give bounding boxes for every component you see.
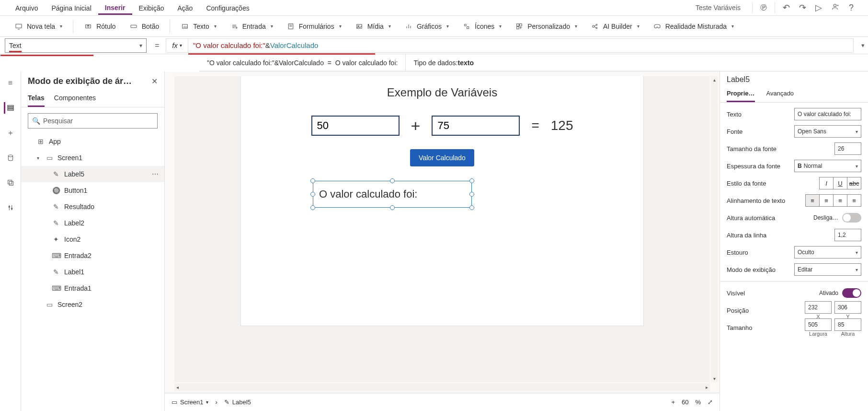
prop-text-input[interactable]: O valor calculado foi:: [794, 108, 861, 120]
align-center-button[interactable]: ≡: [819, 194, 834, 207]
chevron-down-icon[interactable]: ▾: [34, 155, 41, 161]
align-left-button[interactable]: ≡: [805, 194, 820, 207]
fx-button[interactable]: fx ▾: [166, 38, 188, 53]
play-icon[interactable]: ▷: [811, 2, 827, 13]
new-screen-button[interactable]: Nova tela ▾: [10, 22, 67, 31]
resize-handle[interactable]: [469, 178, 474, 183]
media-rail-icon[interactable]: [5, 177, 16, 188]
menu-exibicao[interactable]: Exibição: [132, 1, 171, 14]
zoom-plus-button[interactable]: +: [671, 399, 675, 406]
tree-item-label2[interactable]: ✎ Label2: [21, 215, 164, 231]
resize-handle[interactable]: [310, 178, 315, 183]
breadcrumb-control[interactable]: ✎ Label5: [224, 399, 251, 406]
artboard-screen1[interactable]: Exemplo de Variáveis + = 125 Valor Calcu…: [241, 76, 643, 326]
align-right-button[interactable]: ≡: [833, 194, 847, 207]
prop-width-input[interactable]: 505: [805, 318, 832, 331]
menu-acao[interactable]: Ação: [171, 1, 199, 14]
menu-pagina-inicial[interactable]: Página Inicial: [45, 1, 98, 14]
more-icon[interactable]: ⋯: [152, 170, 160, 178]
tab-componentes[interactable]: Componentes: [54, 91, 96, 107]
fx-icon: fx: [172, 41, 178, 49]
input-value2[interactable]: [432, 116, 520, 136]
tree-item-label5[interactable]: ✎ Label5 ⋯: [21, 166, 164, 182]
formula-input[interactable]: "O valor calculado foi:"&ValorCalculado: [188, 38, 854, 53]
media-button[interactable]: Mídia ▾: [350, 22, 396, 31]
calculate-button[interactable]: Valor Calculado: [410, 149, 474, 166]
tab-properties[interactable]: Proprie…: [727, 86, 755, 102]
resize-handle[interactable]: [469, 205, 474, 210]
share-icon[interactable]: [827, 3, 843, 13]
custom-button[interactable]: Personalizado ▾: [510, 22, 582, 31]
close-icon[interactable]: ✕: [151, 77, 158, 86]
input-icon: [230, 22, 239, 31]
forms-button[interactable]: Formulários ▾: [282, 22, 346, 31]
charts-button-label: Gráficos: [417, 23, 442, 30]
tree-item-app[interactable]: ⊞ App: [21, 133, 164, 150]
label-button[interactable]: Rótulo: [79, 22, 120, 31]
prop-x-input[interactable]: 232: [805, 301, 832, 314]
formula-expand-icon[interactable]: ▾: [857, 42, 868, 49]
tree-item-icon2[interactable]: ✦ Icon2: [21, 231, 164, 247]
tree-item-entrada1[interactable]: ⌨ Entrada1: [21, 280, 164, 296]
vertical-scrollbar[interactable]: ▴▾: [711, 76, 718, 382]
tree-item-screen2[interactable]: ▭ Screen2: [21, 296, 164, 313]
tree-item-entrada2[interactable]: ⌨ Entrada2: [21, 247, 164, 264]
text-button[interactable]: Abc Texto ▾: [176, 22, 221, 31]
tools-icon[interactable]: [5, 202, 16, 213]
ai-builder-button[interactable]: AI Builder ▾: [586, 22, 644, 31]
separator: [775, 2, 775, 13]
prop-height-input[interactable]: 85: [834, 318, 861, 331]
prop-overflow-select[interactable]: Oculto▾: [794, 246, 861, 258]
canvas-viewport[interactable]: Exemplo de Variáveis + = 125 Valor Calcu…: [174, 76, 710, 382]
tree-search-input[interactable]: 🔍 Pesquisar: [28, 113, 158, 129]
menu-arquivo[interactable]: Arquivo: [9, 1, 45, 14]
breadcrumb-screen[interactable]: ▭ Screen1 ▾: [171, 399, 208, 406]
fit-screen-icon[interactable]: ⤢: [708, 399, 713, 406]
data-icon[interactable]: [5, 152, 16, 164]
redo-icon[interactable]: ↷: [794, 2, 811, 13]
selected-label5[interactable]: O valor calculado foi:: [313, 181, 472, 208]
hamburger-icon[interactable]: ≡: [5, 77, 16, 89]
tree-item-screen1[interactable]: ▾ ▭ Screen1: [21, 150, 164, 166]
prop-font-size-input[interactable]: 26: [834, 142, 861, 155]
input-button[interactable]: Entrada ▾: [225, 22, 278, 31]
prop-y-input[interactable]: 306: [834, 301, 861, 314]
tab-telas[interactable]: Telas: [28, 91, 45, 107]
menu-inserir[interactable]: Inserir: [98, 1, 132, 15]
tree-item-resultado[interactable]: ✎ Resultado: [21, 199, 164, 215]
underline-button[interactable]: U: [833, 177, 847, 189]
input-value1[interactable]: [311, 116, 400, 136]
insert-plus-icon[interactable]: ＋: [5, 127, 16, 139]
menu-configuracoes[interactable]: Configurações: [199, 1, 256, 14]
chevron-down-icon: ▾: [856, 129, 858, 134]
resize-handle[interactable]: [469, 192, 474, 197]
align-justify-button[interactable]: ≡: [847, 194, 861, 207]
custom-button-label: Personalizado: [527, 23, 570, 30]
tab-advanced[interactable]: Avançado: [766, 86, 794, 102]
horizontal-scrollbar[interactable]: ◂▸: [174, 383, 710, 391]
prop-display-mode-select[interactable]: Editar▾: [794, 263, 861, 276]
prop-line-height-input[interactable]: 1,2: [834, 229, 861, 241]
visible-toggle[interactable]: [842, 288, 861, 298]
help-icon[interactable]: ?: [843, 3, 859, 13]
prop-font-weight-select[interactable]: BNormal▾: [794, 160, 861, 172]
auto-height-toggle[interactable]: [842, 213, 861, 223]
resize-handle[interactable]: [310, 192, 315, 197]
tree-view-icon[interactable]: [4, 102, 15, 114]
resize-handle[interactable]: [390, 178, 395, 183]
undo-icon[interactable]: ↶: [778, 2, 794, 13]
italic-button[interactable]: I: [819, 177, 834, 189]
resize-handle[interactable]: [310, 205, 315, 210]
tree-item-button1[interactable]: 🔘 Button1: [21, 182, 164, 199]
button-button[interactable]: Botão: [125, 22, 164, 31]
stethoscope-icon[interactable]: ℗: [755, 2, 772, 13]
svg-rect-22: [467, 26, 469, 28]
mixed-reality-button[interactable]: Realidade Misturada ▾: [648, 22, 739, 31]
icons-button[interactable]: Ícones ▾: [457, 22, 506, 31]
strike-button[interactable]: abc: [847, 177, 861, 189]
property-selector[interactable]: Text ▾: [5, 38, 147, 53]
tree-item-label1[interactable]: ✎ Label1: [21, 264, 164, 280]
resize-handle[interactable]: [390, 205, 395, 210]
charts-button[interactable]: Gráficos ▾: [400, 22, 454, 31]
prop-font-select[interactable]: Open Sans▾: [794, 125, 861, 138]
